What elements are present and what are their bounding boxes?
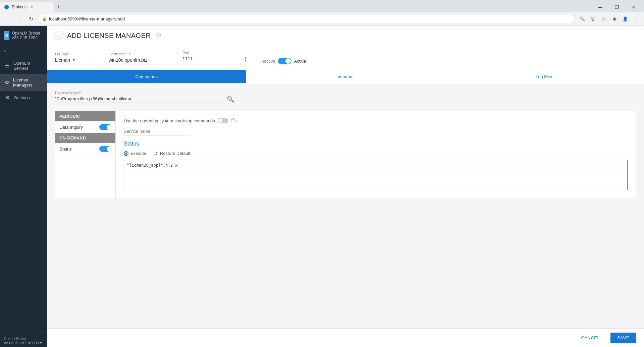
- right-panel: Use the operating system start/stop comm…: [116, 111, 636, 198]
- os-cmd-slider: [218, 118, 228, 123]
- restore-default-label: Restore Default: [160, 151, 190, 156]
- execute-radio-circle: [124, 151, 128, 156]
- active-toggle[interactable]: [278, 58, 291, 64]
- sidebar-footer: Current Broker v23.2.15.1209 #5090 ▾: [0, 333, 47, 347]
- status-section: Status Execute ↺ Restore Default: [124, 141, 628, 191]
- executable-path-input[interactable]: [55, 96, 223, 103]
- hostname-input[interactable]: [109, 57, 169, 64]
- address-actions: 🔍 📡 ☆ ▣ 👤 ⋮: [578, 14, 641, 23]
- servers-icon: ☰: [4, 62, 10, 69]
- zoom-button[interactable]: 🔍: [578, 14, 587, 23]
- browser-chrome: 🔵 BrokerUI × + — ❐ ✕ ← → ↻ 🔒 localhost:5…: [0, 0, 644, 26]
- app: O OpenLM Broker v23.2.15.1209 « ☰ OpenLM…: [0, 26, 644, 347]
- browser-tab[interactable]: 🔵 BrokerUI ×: [0, 2, 54, 12]
- restore-icon: ↺: [154, 151, 158, 156]
- restore-button[interactable]: ❐: [609, 1, 625, 13]
- active-label: Active: [294, 59, 306, 64]
- tab-favicon: 🔵: [4, 5, 9, 9]
- sidebar-item-label: OpenLM Servers: [13, 61, 43, 71]
- toggle-slider: [278, 58, 291, 64]
- sidebar-collapse-button[interactable]: «: [0, 45, 47, 56]
- sidebar-item-label: License Managers: [13, 77, 43, 88]
- active-toggle-group: Inactive Active: [260, 58, 306, 64]
- app-name: OpenLM Broker v23.2.15.1209: [12, 31, 43, 40]
- port-spinners[interactable]: ▲ ▼: [244, 56, 247, 62]
- close-window-button[interactable]: ✕: [626, 1, 641, 13]
- url-bar[interactable]: 🔒 localhost:5090/#/license-managers/add: [38, 15, 576, 23]
- tab-log-files[interactable]: Log Files: [445, 70, 644, 84]
- restore-default-radio[interactable]: ↺ Restore Default: [154, 151, 190, 156]
- os-cmd-section: Use the operating system start/stop comm…: [124, 118, 628, 123]
- broker-arrow-icon: ▾: [40, 341, 42, 345]
- back-button[interactable]: ←: [55, 32, 63, 40]
- tab-commands[interactable]: Commands: [47, 70, 246, 84]
- minimize-button[interactable]: —: [592, 1, 608, 13]
- status-item-toggle[interactable]: [99, 146, 111, 152]
- execute-label: Execute: [130, 151, 146, 156]
- refresh-nav-button[interactable]: ↻: [26, 14, 36, 23]
- port-input[interactable]: [182, 56, 243, 63]
- lm-type-field: LM Type Licman ▾: [55, 52, 95, 64]
- page-header: ← ADD LICENSE MANAGER ⓘ: [47, 26, 644, 45]
- cast-button[interactable]: 📡: [588, 14, 598, 23]
- tab-bar: 🔵 BrokerUI × + — ❐ ✕: [0, 0, 644, 12]
- bookmark-button[interactable]: ☆: [599, 14, 608, 23]
- inactive-label: Inactive: [260, 59, 275, 64]
- search-executable-button[interactable]: 🔍: [227, 96, 234, 103]
- os-cmd-toggle[interactable]: [218, 118, 228, 123]
- forward-nav-button[interactable]: →: [15, 14, 24, 23]
- execute-radio[interactable]: Execute: [124, 151, 146, 156]
- os-cmd-help-icon[interactable]: ?: [231, 118, 236, 123]
- sidebar-item-openlm-servers[interactable]: ☰ OpenLM Servers: [0, 57, 47, 74]
- on-demand-header: ON-DEMAND: [55, 133, 115, 143]
- left-panel: PERIODIC Data Inquiry ON-DEMAND Status: [55, 111, 116, 198]
- sidebar-item-license-managers[interactable]: ⚙ License Managers: [0, 74, 47, 91]
- data-inquiry-slider: [99, 124, 111, 130]
- split-view-button[interactable]: ▣: [610, 14, 619, 23]
- url-text: localhost:5090/#/license-managers/add: [49, 16, 125, 21]
- sidebar-item-label: Settings: [14, 95, 30, 100]
- cancel-button[interactable]: CANCEL: [575, 333, 607, 343]
- sidebar: O OpenLM Broker v23.2.15.1209 « ☰ OpenLM…: [0, 26, 47, 347]
- status-item-slider: [99, 146, 111, 152]
- port-label: Port: [182, 51, 247, 55]
- menu-button[interactable]: ⋮: [631, 14, 641, 23]
- service-name-wrapper: [124, 129, 628, 135]
- page-title: ADD LICENSE MANAGER: [67, 32, 151, 40]
- tab-navigation: Commands Vendors Log Files: [47, 70, 644, 84]
- back-nav-button[interactable]: ←: [3, 14, 13, 23]
- lm-type-select[interactable]: Licman ▾: [55, 57, 95, 64]
- cmd-textarea[interactable]: "licman20_appl";4;2;x: [124, 160, 628, 190]
- lm-type-arrow-icon: ▾: [73, 58, 75, 62]
- bottom-bar: CANCEL SAVE: [47, 328, 644, 347]
- form-section: LM Type Licman ▾ Hostname/IP: Port ▲ ▼: [47, 45, 644, 70]
- content-area: Executable path 🔍 PERIODIC Data Inquiry: [47, 84, 644, 205]
- data-inquiry-toggle[interactable]: [99, 124, 111, 130]
- lm-type-label: LM Type: [55, 52, 95, 56]
- hostname-label: Hostname/IP:: [109, 52, 169, 56]
- port-field: Port ▲ ▼: [182, 51, 247, 64]
- sidebar-header: O OpenLM Broker v23.2.15.1209: [0, 26, 47, 45]
- data-inquiry-label: Data Inquiry: [59, 125, 83, 130]
- executable-path-section: Executable path 🔍: [55, 91, 636, 103]
- current-broker-value[interactable]: v23.2.15.1209 #5090 ▾: [4, 341, 43, 345]
- settings-icon: ⚙: [4, 94, 11, 101]
- app-logo: O: [4, 31, 9, 40]
- data-inquiry-item[interactable]: Data Inquiry: [55, 121, 115, 133]
- tab-title: BrokerUI: [12, 5, 28, 9]
- profile-button[interactable]: 👤: [621, 14, 630, 23]
- service-name-input[interactable]: [124, 129, 191, 135]
- broker-version: v23.2.15.1209 #5090: [4, 341, 39, 345]
- executable-path-label: Executable path: [55, 91, 223, 95]
- sidebar-item-settings[interactable]: ⚙ Settings: [0, 91, 47, 104]
- save-button[interactable]: SAVE: [610, 333, 636, 343]
- page-title-help-icon[interactable]: ⓘ: [156, 33, 161, 39]
- panels-container: PERIODIC Data Inquiry ON-DEMAND Status: [55, 111, 636, 198]
- tab-close-button[interactable]: ×: [30, 4, 33, 10]
- port-input-wrapper: ▲ ▼: [182, 56, 247, 64]
- window-controls: — ❐ ✕: [592, 1, 644, 13]
- tab-vendors[interactable]: Vendors: [246, 70, 445, 84]
- status-item-label: Status: [59, 147, 72, 152]
- new-tab-button[interactable]: +: [54, 2, 63, 12]
- status-item[interactable]: Status: [55, 143, 115, 155]
